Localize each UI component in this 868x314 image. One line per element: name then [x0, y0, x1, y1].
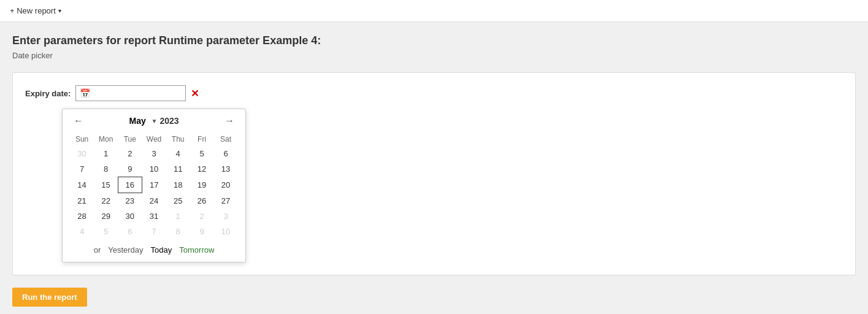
calendar-day-cell: 9	[190, 224, 214, 239]
calendar-icon[interactable]: 📅	[80, 88, 90, 98]
expiry-date-row: Expiry date: 📅 ✕	[25, 85, 843, 101]
tomorrow-link[interactable]: Tomorrow	[179, 245, 214, 255]
prev-month-button[interactable]: ←	[70, 114, 87, 128]
dropdown-arrow-icon: ▾	[58, 7, 61, 14]
date-input-wrapper: 📅	[75, 85, 186, 101]
calendar-day-cell[interactable]: 30	[118, 209, 142, 224]
calendar-grid: SunMonTueWedThuFriSat 301234567891011121…	[70, 132, 238, 239]
calendar-day-cell[interactable]: 17	[142, 177, 166, 193]
month-year-display: May ▼ 2023	[129, 116, 179, 126]
calendar-day-cell: 3	[213, 209, 237, 224]
calendar-day-cell[interactable]: 5	[190, 146, 214, 161]
calendar-popup: ← May ▼ 2023 → SunMonTueWedThuFriSat 301…	[62, 109, 246, 262]
calendar-week-row: 21222324252627	[70, 193, 238, 209]
calendar-day-cell: 4	[70, 224, 94, 239]
calendar-header: ← May ▼ 2023 →	[70, 114, 238, 128]
clear-date-icon[interactable]: ✕	[191, 88, 199, 99]
calendar-day-cell[interactable]: 25	[166, 193, 190, 209]
calendar-day-cell: 7	[142, 224, 166, 239]
calendar-day-cell: 30	[70, 146, 94, 161]
main-content: Enter parameters for report Runtime para…	[0, 22, 868, 314]
calendar-day-cell: 8	[166, 224, 190, 239]
page-subtitle: Date picker	[12, 51, 856, 60]
new-report-button[interactable]: + New report ▾	[7, 5, 64, 17]
calendar-day-cell[interactable]: 16	[118, 177, 142, 193]
calendar-day-cell: 1	[166, 209, 190, 224]
calendar-day-cell: 5	[94, 224, 118, 239]
calendar-day-cell[interactable]: 13	[213, 161, 237, 177]
month-select[interactable]: May	[129, 116, 153, 126]
calendar-day-cell[interactable]: 31	[142, 209, 166, 224]
day-of-week-header: Fri	[190, 132, 214, 146]
calendar-day-cell[interactable]: 8	[94, 161, 118, 177]
calendar-day-cell[interactable]: 24	[142, 193, 166, 209]
calendar-day-cell[interactable]: 15	[94, 177, 118, 193]
month-dropdown-icon: ▼	[151, 118, 157, 124]
parameters-card: Expiry date: 📅 ✕ ← May ▼ 2023 →	[12, 72, 856, 275]
calendar-day-cell[interactable]: 7	[70, 161, 94, 177]
page-title: Enter parameters for report Runtime para…	[12, 34, 856, 47]
calendar-week-row: 28293031123	[70, 209, 238, 224]
calendar-day-cell[interactable]: 2	[118, 146, 142, 161]
calendar-day-cell[interactable]: 19	[190, 177, 214, 193]
calendar-week-row: 45678910	[70, 224, 238, 239]
calendar-day-cell[interactable]: 9	[118, 161, 142, 177]
calendar-day-cell[interactable]: 12	[190, 161, 214, 177]
expiry-date-label: Expiry date:	[25, 89, 71, 98]
year-label: 2023	[159, 116, 179, 126]
calendar-day-cell[interactable]: 20	[213, 177, 237, 193]
today-link[interactable]: Today	[151, 245, 172, 255]
calendar-day-cell[interactable]: 11	[166, 161, 190, 177]
day-of-week-header: Tue	[118, 132, 142, 146]
day-of-week-header: Wed	[142, 132, 166, 146]
calendar-day-cell[interactable]: 23	[118, 193, 142, 209]
day-of-week-header: Sun	[70, 132, 94, 146]
top-bar: + New report ▾	[0, 0, 868, 22]
calendar-day-cell[interactable]: 26	[190, 193, 214, 209]
calendar-week-row: 78910111213	[70, 161, 238, 177]
calendar-day-cell: 10	[213, 224, 237, 239]
day-of-week-header: Mon	[94, 132, 118, 146]
calendar-week-row: 30123456	[70, 146, 238, 161]
calendar-day-cell[interactable]: 29	[94, 209, 118, 224]
calendar-footer: or Yesterday Today Tomorrow	[70, 245, 238, 255]
calendar-day-cell[interactable]: 21	[70, 193, 94, 209]
day-of-week-header: Thu	[166, 132, 190, 146]
calendar-day-cell[interactable]: 6	[213, 146, 237, 161]
calendar-day-cell: 2	[190, 209, 214, 224]
new-report-label: + New report	[10, 6, 56, 15]
date-input-field[interactable]	[93, 89, 179, 98]
calendar-day-cell[interactable]: 3	[142, 146, 166, 161]
day-of-week-header: Sat	[213, 132, 237, 146]
yesterday-link[interactable]: Yesterday	[108, 245, 143, 255]
run-report-button[interactable]: Run the report	[12, 288, 87, 307]
calendar-day-cell[interactable]: 22	[94, 193, 118, 209]
calendar-day-cell[interactable]: 18	[166, 177, 190, 193]
calendar-day-cell: 6	[118, 224, 142, 239]
calendar-day-cell[interactable]: 10	[142, 161, 166, 177]
calendar-day-cell[interactable]: 14	[70, 177, 94, 193]
calendar-day-cell[interactable]: 4	[166, 146, 190, 161]
or-text: or	[94, 245, 101, 255]
calendar-day-cell[interactable]: 27	[213, 193, 237, 209]
next-month-button[interactable]: →	[221, 114, 238, 128]
calendar-day-cell[interactable]: 1	[94, 146, 118, 161]
calendar-day-cell[interactable]: 28	[70, 209, 94, 224]
calendar-week-row: 14151617181920	[70, 177, 238, 193]
